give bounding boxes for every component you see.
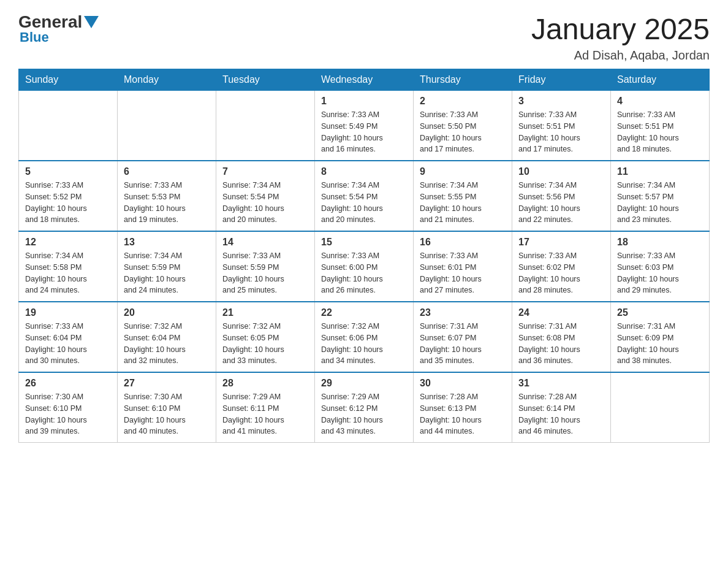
- page-header: General Blue January 2025 Ad Disah, Aqab…: [18, 12, 710, 63]
- table-row: 4Sunrise: 7:33 AMSunset: 5:51 PMDaylight…: [611, 91, 710, 161]
- day-number: 8: [321, 166, 407, 177]
- table-row: 31Sunrise: 7:28 AMSunset: 6:14 PMDayligh…: [512, 372, 611, 443]
- day-number: 20: [124, 307, 210, 318]
- calendar-week-row: 5Sunrise: 7:33 AMSunset: 5:52 PMDaylight…: [19, 161, 710, 231]
- col-monday: Monday: [118, 69, 216, 91]
- table-row: 1Sunrise: 7:33 AMSunset: 5:49 PMDaylight…: [315, 91, 414, 161]
- table-row: [19, 91, 118, 161]
- day-info: Sunrise: 7:30 AMSunset: 6:10 PMDaylight:…: [25, 391, 111, 437]
- table-row: 10Sunrise: 7:34 AMSunset: 5:56 PMDayligh…: [512, 161, 611, 231]
- day-info: Sunrise: 7:29 AMSunset: 6:12 PMDaylight:…: [321, 391, 407, 437]
- table-row: 20Sunrise: 7:32 AMSunset: 6:04 PMDayligh…: [118, 302, 216, 372]
- calendar-table: Sunday Monday Tuesday Wednesday Thursday…: [18, 69, 710, 443]
- table-row: 25Sunrise: 7:31 AMSunset: 6:09 PMDayligh…: [611, 302, 710, 372]
- table-row: 15Sunrise: 7:33 AMSunset: 6:00 PMDayligh…: [315, 231, 414, 302]
- table-row: 9Sunrise: 7:34 AMSunset: 5:55 PMDaylight…: [414, 161, 512, 231]
- day-number: 18: [617, 237, 703, 248]
- table-row: 18Sunrise: 7:33 AMSunset: 6:03 PMDayligh…: [611, 231, 710, 302]
- table-row: 22Sunrise: 7:32 AMSunset: 6:06 PMDayligh…: [315, 302, 414, 372]
- day-number: 29: [321, 378, 407, 389]
- table-row: 17Sunrise: 7:33 AMSunset: 6:02 PMDayligh…: [512, 231, 611, 302]
- table-row: 16Sunrise: 7:33 AMSunset: 6:01 PMDayligh…: [414, 231, 512, 302]
- table-row: [118, 91, 216, 161]
- day-number: 7: [222, 166, 308, 177]
- table-row: 7Sunrise: 7:34 AMSunset: 5:54 PMDaylight…: [216, 161, 315, 231]
- day-info: Sunrise: 7:33 AMSunset: 5:52 PMDaylight:…: [25, 180, 111, 226]
- day-info: Sunrise: 7:31 AMSunset: 6:08 PMDaylight:…: [518, 321, 604, 367]
- day-number: 3: [518, 96, 604, 107]
- day-info: Sunrise: 7:34 AMSunset: 5:55 PMDaylight:…: [420, 180, 506, 226]
- calendar-header-row: Sunday Monday Tuesday Wednesday Thursday…: [19, 69, 710, 91]
- day-info: Sunrise: 7:34 AMSunset: 5:58 PMDaylight:…: [25, 250, 111, 296]
- table-row: 21Sunrise: 7:32 AMSunset: 6:05 PMDayligh…: [216, 302, 315, 372]
- table-row: 8Sunrise: 7:34 AMSunset: 5:54 PMDaylight…: [315, 161, 414, 231]
- day-number: 23: [420, 307, 506, 318]
- day-info: Sunrise: 7:33 AMSunset: 5:49 PMDaylight:…: [321, 109, 407, 155]
- calendar-week-row: 26Sunrise: 7:30 AMSunset: 6:10 PMDayligh…: [19, 372, 710, 443]
- calendar-week-row: 1Sunrise: 7:33 AMSunset: 5:49 PMDaylight…: [19, 91, 710, 161]
- table-row: 19Sunrise: 7:33 AMSunset: 6:04 PMDayligh…: [19, 302, 118, 372]
- table-row: 14Sunrise: 7:33 AMSunset: 5:59 PMDayligh…: [216, 231, 315, 302]
- table-row: [216, 91, 315, 161]
- table-row: 6Sunrise: 7:33 AMSunset: 5:53 PMDaylight…: [118, 161, 216, 231]
- col-thursday: Thursday: [414, 69, 512, 91]
- day-info: Sunrise: 7:33 AMSunset: 5:51 PMDaylight:…: [617, 109, 703, 155]
- day-info: Sunrise: 7:33 AMSunset: 6:02 PMDaylight:…: [518, 250, 604, 296]
- col-tuesday: Tuesday: [216, 69, 315, 91]
- day-number: 4: [617, 96, 703, 107]
- day-number: 31: [518, 378, 604, 389]
- day-number: 5: [25, 166, 111, 177]
- day-number: 21: [222, 307, 308, 318]
- day-info: Sunrise: 7:28 AMSunset: 6:13 PMDaylight:…: [420, 391, 506, 437]
- logo: General Blue: [18, 12, 100, 45]
- day-info: Sunrise: 7:34 AMSunset: 5:59 PMDaylight:…: [124, 250, 210, 296]
- day-info: Sunrise: 7:33 AMSunset: 6:00 PMDaylight:…: [321, 250, 407, 296]
- location-text: Ad Disah, Aqaba, Jordan: [531, 48, 710, 63]
- day-info: Sunrise: 7:33 AMSunset: 6:01 PMDaylight:…: [420, 250, 506, 296]
- day-number: 6: [124, 166, 210, 177]
- table-row: 30Sunrise: 7:28 AMSunset: 6:13 PMDayligh…: [414, 372, 512, 443]
- day-number: 19: [25, 307, 111, 318]
- day-info: Sunrise: 7:34 AMSunset: 5:57 PMDaylight:…: [617, 180, 703, 226]
- day-info: Sunrise: 7:32 AMSunset: 6:04 PMDaylight:…: [124, 321, 210, 367]
- logo-triangle-icon: [84, 16, 99, 28]
- day-number: 17: [518, 237, 604, 248]
- day-number: 10: [518, 166, 604, 177]
- day-info: Sunrise: 7:28 AMSunset: 6:14 PMDaylight:…: [518, 391, 604, 437]
- day-info: Sunrise: 7:31 AMSunset: 6:09 PMDaylight:…: [617, 321, 703, 367]
- day-number: 24: [518, 307, 604, 318]
- day-number: 16: [420, 237, 506, 248]
- table-row: 26Sunrise: 7:30 AMSunset: 6:10 PMDayligh…: [19, 372, 118, 443]
- day-number: 13: [124, 237, 210, 248]
- day-info: Sunrise: 7:32 AMSunset: 6:05 PMDaylight:…: [222, 321, 308, 367]
- day-number: 27: [124, 378, 210, 389]
- table-row: 12Sunrise: 7:34 AMSunset: 5:58 PMDayligh…: [19, 231, 118, 302]
- month-title: January 2025: [531, 12, 710, 46]
- day-info: Sunrise: 7:33 AMSunset: 5:51 PMDaylight:…: [518, 109, 604, 155]
- table-row: [611, 372, 710, 443]
- day-number: 9: [420, 166, 506, 177]
- day-info: Sunrise: 7:34 AMSunset: 5:56 PMDaylight:…: [518, 180, 604, 226]
- day-info: Sunrise: 7:33 AMSunset: 5:53 PMDaylight:…: [124, 180, 210, 226]
- col-wednesday: Wednesday: [315, 69, 414, 91]
- day-info: Sunrise: 7:34 AMSunset: 5:54 PMDaylight:…: [321, 180, 407, 226]
- table-row: 13Sunrise: 7:34 AMSunset: 5:59 PMDayligh…: [118, 231, 216, 302]
- col-saturday: Saturday: [611, 69, 710, 91]
- table-row: 27Sunrise: 7:30 AMSunset: 6:10 PMDayligh…: [118, 372, 216, 443]
- table-row: 5Sunrise: 7:33 AMSunset: 5:52 PMDaylight…: [19, 161, 118, 231]
- logo-blue-text: Blue: [20, 29, 49, 45]
- table-row: 11Sunrise: 7:34 AMSunset: 5:57 PMDayligh…: [611, 161, 710, 231]
- day-number: 11: [617, 166, 703, 177]
- day-info: Sunrise: 7:33 AMSunset: 5:59 PMDaylight:…: [222, 250, 308, 296]
- table-row: 24Sunrise: 7:31 AMSunset: 6:08 PMDayligh…: [512, 302, 611, 372]
- col-sunday: Sunday: [19, 69, 118, 91]
- day-number: 1: [321, 96, 407, 107]
- title-area: January 2025 Ad Disah, Aqaba, Jordan: [531, 12, 710, 63]
- day-info: Sunrise: 7:32 AMSunset: 6:06 PMDaylight:…: [321, 321, 407, 367]
- table-row: 23Sunrise: 7:31 AMSunset: 6:07 PMDayligh…: [414, 302, 512, 372]
- day-info: Sunrise: 7:34 AMSunset: 5:54 PMDaylight:…: [222, 180, 308, 226]
- day-number: 2: [420, 96, 506, 107]
- calendar-week-row: 19Sunrise: 7:33 AMSunset: 6:04 PMDayligh…: [19, 302, 710, 372]
- day-number: 22: [321, 307, 407, 318]
- table-row: 3Sunrise: 7:33 AMSunset: 5:51 PMDaylight…: [512, 91, 611, 161]
